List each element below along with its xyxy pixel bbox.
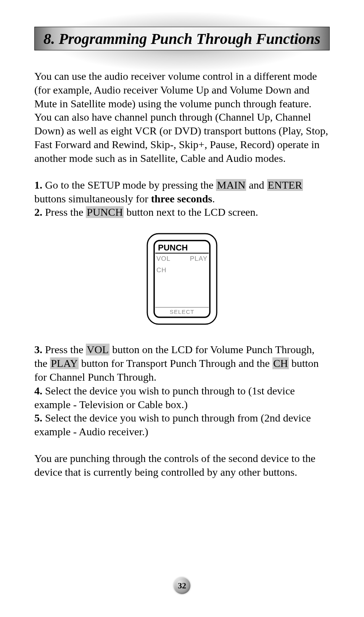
lcd-select: SELECT	[170, 308, 194, 315]
page-number: 32	[178, 581, 186, 591]
step-4-text: Select the device you wish to punch thro…	[34, 385, 295, 410]
lcd-vol: VOL	[156, 255, 171, 262]
steps-block-2: 3. Press the VOL button on the LCD for V…	[34, 343, 330, 439]
step-3-number: 3.	[34, 344, 42, 355]
ch-button-label: CH	[272, 357, 289, 369]
step-1-text-c: buttons simultaneously for	[34, 193, 151, 205]
page-number-wrap: 32	[0, 577, 364, 594]
step-3-text-a: Press the	[42, 344, 86, 355]
play-button-label: PLAY	[50, 357, 79, 369]
step-1-text-a: Go to the SETUP mode by pressing the	[42, 179, 216, 191]
step-1-text-d: .	[212, 193, 215, 205]
step-2-text-b: button next to the LCD screen.	[124, 206, 258, 218]
vol-button-label: VOL	[86, 344, 110, 355]
header-bar: 8. Programming Punch Through Functions	[34, 27, 330, 50]
step-5-text: Select the device you wish to punch thro…	[34, 412, 311, 438]
steps-block-1: 1. Go to the SETUP mode by pressing the …	[34, 178, 330, 219]
step-2-text-a: Press the	[42, 206, 86, 218]
step-4-number: 4.	[34, 385, 42, 397]
lcd-ch: CH	[156, 267, 167, 274]
page-number-badge: 32	[174, 577, 190, 594]
step-2-number: 2.	[34, 206, 42, 218]
lcd-illustration: PUNCH VOL PLAY CH SELECT	[34, 232, 330, 326]
lcd-icon: PUNCH VOL PLAY CH SELECT	[146, 232, 218, 326]
section-title: 8. Programming Punch Through Functions	[43, 30, 321, 48]
step-1-number: 1.	[34, 179, 42, 191]
body-text: You can use the audio receiver volume co…	[34, 69, 330, 479]
manual-page: 8. Programming Punch Through Functions Y…	[0, 0, 364, 617]
step-1-text-b: and	[246, 179, 267, 191]
lcd-play: PLAY	[190, 255, 208, 262]
step-3-text-c: button for Transport Punch Through and t…	[79, 357, 272, 369]
section-header: 8. Programming Punch Through Functions	[34, 27, 330, 50]
lcd-title: PUNCH	[158, 243, 188, 252]
main-button-label: MAIN	[216, 179, 246, 191]
intro-paragraph: You can use the audio receiver volume co…	[34, 69, 330, 165]
closing-paragraph: You are punching through the controls of…	[34, 452, 330, 479]
punch-button-label: PUNCH	[86, 206, 124, 218]
step-5-number: 5.	[34, 412, 42, 424]
enter-button-label: ENTER	[267, 179, 303, 191]
step-1-bold: three seconds	[151, 193, 212, 205]
